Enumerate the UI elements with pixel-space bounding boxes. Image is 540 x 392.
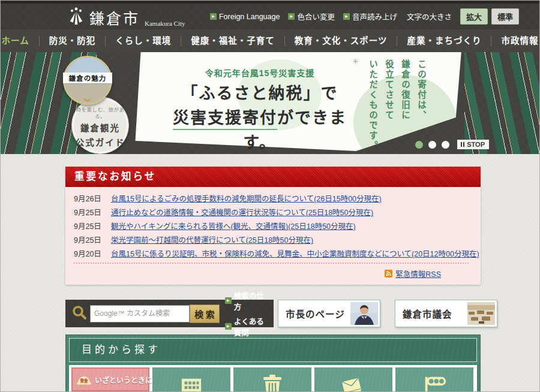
header-link-2[interactable]: ▶音声読み上げ — [343, 11, 397, 22]
tourism-guide-badge[interactable]: 時を楽しむ、旅がある。 鎌倉観光 公式ガイド — [71, 97, 129, 154]
search-help-link-1[interactable]: ▶よくある質問 — [225, 315, 269, 338]
purpose-tiles: 安全いざというときに防災気象情報 市役所の案内ごみとリサイクル税金の納め方交通情… — [69, 365, 477, 392]
emergency-tiles-column: 安全いざというときに防災気象情報 — [71, 367, 149, 392]
header-link-label: 音声読み上げ — [352, 11, 397, 22]
guide-badge-tagline: 時を楽しむ、旅がある。 — [72, 107, 128, 120]
sparkle-icon: ✳ — [352, 57, 359, 66]
font-size-button-standard[interactable]: 標準 — [491, 8, 519, 25]
quick-links: ▶Foreign Language▶色合い変更▶音声読み上げ — [210, 11, 397, 22]
emergency-rss-link[interactable]: 緊急情報RSS — [395, 268, 441, 279]
nav-item-5[interactable]: 産業・まちづくり — [397, 36, 491, 46]
kamakura-city-homepage: { "header": { "site_title": "鎌倉市", "site… — [0, 0, 540, 392]
notice-link[interactable]: 通行止めなどの道路情報・交通機関の運行状況等について(25日18時50分現在) — [111, 206, 373, 218]
rss-row: 緊急情報RSS — [74, 263, 469, 285]
tile-label: いざというときに — [95, 375, 152, 385]
attraction-badge-label: 鎌倉の魅力 — [63, 73, 112, 83]
notice-date: 9月25日 — [74, 220, 111, 231]
notice-date: 9月26日 — [74, 192, 111, 204]
hero-title-line1: 「ふるさと納税」で — [158, 82, 362, 106]
important-notices-panel: 重要なお知らせ 9月26日台風15号によるごみの処理手数料の減免期間の延長につい… — [65, 167, 481, 285]
font-size-label: 文字の大きさ — [407, 11, 452, 22]
site-title: 鎌倉市 — [89, 10, 140, 28]
notice-date: 9月20日 — [74, 248, 111, 259]
notices-body: 9月26日台風15号によるごみの処理手数料の減免期間の延長について(26日15時… — [65, 187, 481, 285]
building-icon — [152, 375, 230, 392]
header-link-0[interactable]: ▶Foreign Language — [210, 11, 280, 22]
nav-item-3[interactable]: 健康・福祉・子育て — [181, 36, 284, 46]
site-logo[interactable]: 鎌倉市 Kamakura City — [68, 7, 185, 28]
purpose-tile-0[interactable]: 市役所の案内 — [152, 367, 230, 392]
link-arrow-icon: ▶ — [288, 13, 295, 20]
hero-title-emphasis: 災害支援寄付 — [173, 109, 277, 130]
mayor-photo — [350, 302, 378, 325]
link-arrow-icon: ▶ — [343, 13, 350, 20]
purpose-tile-2[interactable]: 税金の納め方 — [314, 367, 392, 392]
notice-row: 9月20日台風15号に係るり災証明、市税・保険料の減免、見舞金、中小企業融資制度… — [74, 246, 469, 260]
guide-badge-line1: 鎌倉観光 — [72, 122, 128, 134]
envelope-icon — [314, 375, 392, 392]
purpose-tile-3[interactable]: 交通情報 — [395, 367, 473, 392]
nav-item-4[interactable]: 教育・文化・スポーツ — [284, 36, 397, 46]
notice-list: 9月26日台風15号によるごみの処理手数料の減免期間の延長について(26日15時… — [74, 191, 469, 260]
carousel-dot-1[interactable] — [428, 141, 436, 149]
assembly-photo — [467, 302, 495, 325]
nav-item-1[interactable]: 防災・防犯 — [39, 36, 106, 46]
purpose-panel-title: 目的から探す — [69, 338, 477, 362]
font-size-button-expand[interactable]: 拡大 — [460, 8, 488, 25]
link-arrow-icon: ▶ — [225, 323, 232, 330]
site-title-en: Kamakura City — [145, 20, 185, 27]
carousel-controls: STOP — [415, 140, 489, 149]
notice-row: 9月25日通行止めなどの道路情報・交通機関の運行状況等について(25日18時50… — [74, 205, 469, 219]
carousel-stop-button[interactable]: STOP — [457, 140, 489, 149]
tools-row: 検 索 ▶検索の仕方▶よくある質問 市長のページ 鎌倉市議会 — [65, 300, 539, 327]
header-link-label: 色合い変更 — [297, 11, 335, 22]
mayor-page-label: 市長のページ — [286, 307, 345, 320]
search-input[interactable] — [90, 305, 190, 322]
carousel-dot-2[interactable] — [442, 141, 449, 149]
notice-link[interactable]: 台風15号に係るり災証明、市税・保険料の減免、見舞金、中小企業融資制度などについ… — [111, 248, 479, 259]
hero-vertical-line: 役立てさせて — [380, 59, 397, 153]
notice-date: 9月25日 — [74, 206, 111, 218]
helmet-icon: 安全 — [76, 374, 92, 385]
nav-item-0[interactable]: ホーム — [0, 36, 39, 46]
search-help-links: ▶検索の仕方▶よくある質問 — [225, 290, 269, 338]
notice-date: 9月25日 — [74, 234, 111, 245]
global-nav: ホーム防災・防犯くらし・環境健康・福祉・子育て教育・文化・スポーツ産業・まちづく… — [1, 29, 539, 52]
chevron-right-icon: ❯ — [84, 97, 92, 102]
notice-row: 9月26日台風15号によるごみの処理手数料の減免期間の延長について(26日15時… — [74, 191, 469, 205]
rss-icon — [385, 270, 392, 278]
search-help-label: 検索の仕方 — [234, 290, 269, 312]
hero-carousel: ✳ 令和元年台風15号災害支援 「ふるさと納税」で 災害支援寄付ができます。 こ… — [1, 52, 539, 154]
notice-link[interactable]: 観光やハイキングに来られる皆様へ(観光、交通情報)(25日18時50分現在) — [111, 220, 356, 231]
header-utility-links: ▶Foreign Language▶色合い変更▶音声読み上げ 文字の大きさ 拡大… — [210, 4, 519, 29]
font-size-buttons: 拡大標準 — [460, 8, 519, 25]
search-button[interactable]: 検 索 — [190, 304, 220, 323]
notice-link[interactable]: 台風15号によるごみの処理手数料の減免期間の延長について(26日15時00分現在… — [111, 192, 382, 204]
search-help-link-0[interactable]: ▶検索の仕方 — [225, 290, 269, 312]
hero-vertical-note: この寄付は、鎌倉の復旧に役立てさせていただくものです。 — [364, 59, 429, 153]
right-stripe-decoration — [464, 52, 539, 154]
tile-emergency[interactable]: 安全いざというときに — [71, 367, 149, 391]
kamakura-attraction-badge[interactable]: 鎌倉の魅力 ❯ — [63, 56, 112, 105]
link-arrow-icon: ▶ — [225, 297, 232, 304]
purpose-tile-1[interactable]: ごみとリサイクル — [233, 367, 311, 392]
carousel-dot-0[interactable] — [415, 141, 423, 149]
search-help-label: よくある質問 — [234, 315, 269, 338]
notice-link[interactable]: 栄光学園前～打越間の代替運行について(25日18時50分現在) — [111, 234, 313, 245]
hero-vertical-line: 鎌倉の復旧に — [397, 59, 413, 153]
hero-slide-copy[interactable]: 令和元年台風15号災害支援 「ふるさと納税」で 災害支援寄付ができます。 — [158, 67, 362, 154]
nav-item-2[interactable]: くらし・環境 — [105, 36, 181, 46]
pause-icon — [461, 142, 464, 147]
notice-row: 9月25日観光やハイキングに来られる皆様へ(観光、交通情報)(25日18時50分… — [74, 219, 469, 233]
header-link-1[interactable]: ▶色合い変更 — [288, 11, 335, 22]
mayor-page-banner[interactable]: 市長のページ — [278, 300, 380, 327]
city-assembly-banner[interactable]: 鎌倉市議会 — [395, 300, 497, 327]
stop-label: STOP — [467, 141, 485, 148]
carousel-dots — [415, 141, 449, 149]
guide-badge-line2: 公式ガイド — [72, 137, 128, 149]
traffic-light-icon — [395, 375, 473, 392]
svg-text:安全: 安全 — [80, 377, 89, 382]
search-icon — [71, 304, 87, 322]
hero-title-line2: 災害支援寄付ができます。 — [158, 106, 362, 154]
nav-item-6[interactable]: 市政情報 — [491, 36, 540, 46]
